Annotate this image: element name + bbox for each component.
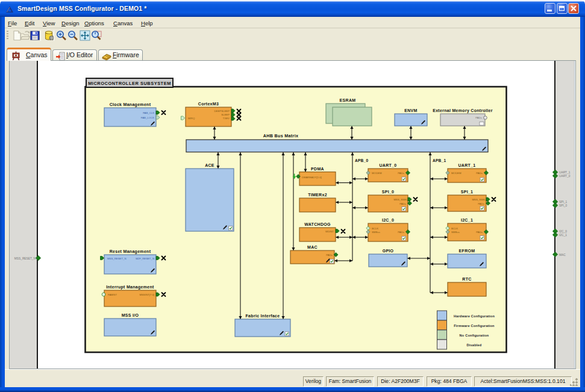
svg-text:MSS_RESET_N: MSS_RESET_N [107, 257, 127, 260]
svg-text:SPI_1: SPI_1 [559, 201, 567, 204]
svg-text:BCLK: BCLK [451, 227, 458, 230]
svg-text:ENVM: ENVM [404, 108, 417, 113]
svg-text:DMAREADY[1:0]: DMAREADY[1:0] [302, 176, 322, 179]
svg-text:TXEV: TXEV [223, 117, 230, 120]
svg-text:I2C_0: I2C_0 [382, 218, 394, 222]
svg-text:AHB Bus Matrix: AHB Bus Matrix [263, 133, 299, 138]
svg-text:WDINT: WDINT [325, 230, 334, 233]
svg-text:PADs: PADs [398, 231, 404, 234]
svg-text:No Configuration: No Configuration [460, 334, 489, 337]
svg-text:MAC: MAC [559, 254, 566, 257]
svg-text:SPI_0: SPI_0 [382, 190, 395, 194]
svg-text:SLEEP: SLEEP [221, 113, 230, 116]
svg-text:MIRQ: MIRQ [188, 117, 195, 120]
svg-text:Fabric Interface: Fabric Interface [246, 314, 280, 318]
svg-text:UART_0: UART_0 [559, 175, 571, 178]
svg-text:PADs: PADs [399, 202, 406, 205]
svg-text:I2C_1: I2C_1 [559, 234, 567, 237]
svg-text:ACE: ACE [205, 163, 214, 167]
svg-text:MICROCONTROLLER SUBSYSTEM: MICROCONTROLLER SUBSYSTEM [88, 81, 171, 86]
svg-text:GPIO: GPIO [383, 249, 394, 253]
svg-text:PADs: PADs [398, 172, 404, 175]
svg-text:MAC: MAC [307, 245, 318, 249]
svg-text:TIMERx2: TIMERx2 [308, 193, 327, 197]
svg-text:ESRAM: ESRAM [340, 98, 356, 102]
svg-text:PADs: PADs [475, 116, 482, 119]
svg-text:I2C_1: I2C_1 [461, 218, 473, 222]
svg-text:UART_0: UART_0 [379, 163, 396, 167]
svg-text:PDMA: PDMA [311, 167, 324, 171]
svg-text:CortexM3: CortexM3 [198, 102, 219, 106]
svg-text:APB_0: APB_0 [355, 158, 368, 163]
svg-text:Disabled: Disabled [467, 343, 482, 347]
svg-text:Clock Management: Clock Management [110, 102, 151, 107]
svg-text:FAB_CLK: FAB_CLK [143, 111, 154, 114]
svg-text:Reset Management: Reset Management [110, 249, 151, 254]
svg-text:MSS_RESET_N: MSS_RESET_N [14, 257, 36, 260]
svg-text:SPI_0: SPI_0 [559, 204, 567, 207]
svg-text:APB_1: APB_1 [433, 158, 446, 163]
svg-text:SMBus: SMBus [372, 231, 380, 234]
svg-text:RTC: RTC [462, 277, 471, 281]
svg-text:Firmware Configuration: Firmware Configuration [454, 324, 495, 328]
svg-text:PADs: PADs [476, 172, 483, 175]
svg-text:FABINT: FABINT [108, 293, 117, 296]
svg-text:Hardware Configuration: Hardware Configuration [454, 314, 495, 318]
svg-text:I2C_0: I2C_0 [559, 230, 567, 233]
svg-text:BCLK: BCLK [372, 227, 378, 230]
svg-text:PADs: PADs [478, 202, 484, 205]
svg-text:MODEM: MODEM [372, 172, 382, 175]
svg-text:PADs: PADs [476, 231, 483, 234]
svg-text:SPI_1: SPI_1 [461, 190, 474, 194]
svg-text:EFROM: EFROM [459, 249, 475, 253]
svg-text:M2F_RESET_N: M2F_RESET_N [136, 257, 154, 260]
svg-text:WATCHDOG: WATCHDOG [304, 222, 331, 226]
svg-text:FAB_LOCK: FAB_LOCK [141, 116, 154, 119]
svg-text:MSSINT[7:0]: MSSINT[7:0] [139, 293, 154, 296]
svg-text:External Memory Controller: External Memory Controller [433, 108, 493, 113]
svg-text:UART_1: UART_1 [559, 171, 571, 174]
svg-text:PADs: PADs [326, 254, 333, 257]
svg-text:MSS I/O: MSS I/O [122, 313, 139, 317]
svg-text:SMBus: SMBus [451, 231, 460, 234]
svg-text:Interrupt Management: Interrupt Management [106, 285, 154, 290]
svg-text:UART_1: UART_1 [458, 163, 475, 167]
svg-text:MODEM: MODEM [451, 172, 461, 175]
svg-text:DEEPSLEEP: DEEPSLEEP [214, 110, 230, 113]
